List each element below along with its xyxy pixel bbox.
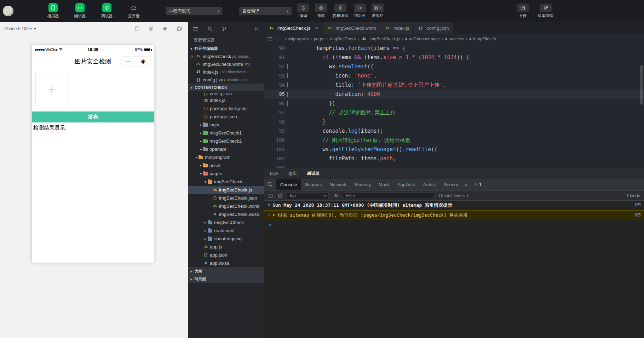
tree-item-app.wxss[interactable]: #app.wxss xyxy=(188,259,264,267)
home-button[interactable]: ◉ xyxy=(136,57,151,66)
timeline-header[interactable]: ▸ 时间线 xyxy=(188,275,264,283)
tree-item-app.json[interactable]: {}app.json xyxy=(188,251,264,259)
tree-item-readcount[interactable]: ▸readcount xyxy=(188,227,264,235)
filter-input[interactable] xyxy=(343,192,435,199)
record-icon[interactable] xyxy=(148,26,154,31)
tree-item-app.js[interactable]: JSapp.js xyxy=(188,243,264,251)
tree-item-asset[interactable]: ▸asset xyxy=(188,161,264,170)
close-icon[interactable]: × xyxy=(191,54,196,59)
mode-dropdown[interactable]: 小程序模式 ▾ xyxy=(166,7,222,15)
log-levels-dropdown[interactable]: Default levels ▾ xyxy=(439,193,468,198)
tree-item-config.json[interactable]: {}config.json xyxy=(188,91,264,96)
tree-item-imgSecCheck.wxml[interactable]: <>imgSecCheck.wxml xyxy=(188,202,264,210)
tab-index.js[interactable]: JSindex.js xyxy=(380,22,414,34)
breadcrumb-item-pages[interactable]: pages xyxy=(314,36,326,41)
devtools-tab-AppData[interactable]: AppData xyxy=(393,179,419,190)
breadcrumb-item-imgSecCheck.js[interactable]: JSimgSecCheck.js xyxy=(361,36,400,41)
open-editor-imgSecCheck.js[interactable]: ×JSimgSecCheck.jsminipr... xyxy=(188,52,264,60)
tree-item-msgSecCheck2[interactable]: ▸msgSecCheck2 xyxy=(188,137,264,145)
tree-item-package.json[interactable]: {}package.json xyxy=(188,113,264,121)
git-icon[interactable] xyxy=(222,26,227,31)
editor-scrollbar[interactable] xyxy=(640,65,643,104)
devtools-tab-Sources[interactable]: Sources xyxy=(301,179,326,190)
devtools-tab-Audits[interactable]: Audits xyxy=(419,179,440,190)
devtools-tab-Mock[interactable]: Mock xyxy=(375,179,393,190)
tab-imgSecCheck.js[interactable]: JSimgSecCheck.js× xyxy=(264,22,323,34)
code-area[interactable]: 90 tempFiles.forEach(items => {91 if (it… xyxy=(264,44,644,168)
panel-tab-问题[interactable]: 问题 xyxy=(270,171,278,177)
tree-item-msgSecCheck[interactable]: ▸msgSecCheck xyxy=(188,218,264,227)
clear-console-icon[interactable] xyxy=(277,193,283,198)
debugger-button[interactable]: 调试器 xyxy=(96,3,118,19)
tab-config.json[interactable]: {}config.json xyxy=(414,22,453,34)
breadcrumb-item-success[interactable]: ◆success xyxy=(445,36,464,41)
disclosure-triangle[interactable]: ▼ xyxy=(268,203,270,207)
compile-button[interactable]: 编译 xyxy=(297,4,309,18)
devtools-tab-Sensor[interactable]: Sensor xyxy=(440,179,462,190)
cloud-dev-button[interactable]: 云开发 xyxy=(122,3,145,19)
warning-counter[interactable]: ⚠ 1 xyxy=(470,182,485,187)
avatar[interactable] xyxy=(3,6,13,16)
more-tabs-button[interactable]: » xyxy=(462,182,470,187)
version-button[interactable]: 版本管理 xyxy=(538,4,553,18)
image-picker[interactable]: + xyxy=(35,74,68,106)
open-editor-imgSecCheck.wxml[interactable]: <>imgSecCheck.wxmlmi... xyxy=(188,60,264,68)
tree-item-index.js[interactable]: JSindex.js xyxy=(188,96,264,104)
float-window-icon[interactable] xyxy=(177,26,182,31)
remote-debug-button[interactable]: 真机调试 xyxy=(333,4,348,18)
rotate-device-icon[interactable] xyxy=(134,26,140,31)
editor-menu-icon[interactable] xyxy=(267,37,272,41)
tree-item-pages[interactable]: ▾pages xyxy=(188,170,264,178)
back-icon[interactable]: ← xyxy=(276,36,281,42)
open-editors-header[interactable]: ▾ 打开的编辑器 xyxy=(188,45,264,52)
compile-mode-dropdown[interactable]: 普通编译 ▾ xyxy=(239,7,292,15)
tab-imgSecCheck.wxml[interactable]: <>imgSecCheck.wxml xyxy=(323,22,380,34)
editor-button[interactable]: 编辑器 xyxy=(69,3,91,19)
breadcrumb-item-imgSecCheck[interactable]: imgSecCheck xyxy=(330,36,356,41)
collapse-sidebar-icon[interactable] xyxy=(254,26,259,31)
breadcrumb-item-tempFiles.fo[interactable]: ◆tempFiles.fo xyxy=(469,36,496,41)
tree-item-imgSecCheck.json[interactable]: {}imgSecCheck.json xyxy=(188,194,264,202)
open-editor-index.js[interactable]: JSindex.jscloudfunctions\... xyxy=(188,68,264,76)
tree-item-imgSecCheck.js[interactable]: JSimgSecCheck.js xyxy=(188,186,264,194)
clear-cache-button[interactable]: ▾ 清缓存 xyxy=(372,4,384,18)
open-editor-config.json[interactable]: {}config.jsoncloudfunctio... xyxy=(188,76,264,84)
console-sidebar-icon[interactable] xyxy=(268,193,273,198)
console-prompt[interactable]: > xyxy=(264,220,644,229)
page-title: 图片安全检测 xyxy=(75,57,111,65)
devtools-tab-Network[interactable]: Network xyxy=(326,179,350,190)
source-link[interactable]: VM xyxy=(630,202,640,207)
simulator-button[interactable]: 模拟器 xyxy=(42,3,64,19)
panel-tab-输出[interactable]: 输出 xyxy=(288,171,297,177)
panel-tab-调试器[interactable]: 调试器 xyxy=(307,171,320,177)
context-selector[interactable]: top ▾ xyxy=(287,192,329,199)
breadcrumb-item-miniprogram[interactable]: miniprogram xyxy=(285,36,309,41)
tree-item-miniprogram[interactable]: ▾miniprogram xyxy=(188,153,264,161)
source-link[interactable]: VM xyxy=(630,212,640,217)
disclosure-triangle[interactable]: ▶ xyxy=(273,213,275,217)
upload-button[interactable]: 上传 xyxy=(517,4,529,18)
tree-item-shoufengqing[interactable]: ▸shoufengqing xyxy=(188,235,264,243)
project-header[interactable]: ▾ CONTENTCHECK xyxy=(188,84,264,91)
to-background-button[interactable]: 切后台 xyxy=(354,4,366,18)
mute-icon[interactable] xyxy=(162,26,168,31)
tree-item-imgSecCheck.wxss[interactable]: #imgSecCheck.wxss xyxy=(188,210,264,218)
file-menu-icon[interactable] xyxy=(193,27,198,31)
devtools-tab-Security[interactable]: Security xyxy=(350,179,375,190)
search-icon[interactable] xyxy=(207,26,213,31)
tree-item-imgSecCheck[interactable]: ▾imgSecCheck xyxy=(188,178,264,186)
tree-item-package-lock.json[interactable]: {}package-lock.json xyxy=(188,104,264,113)
preview-button[interactable]: 预览 xyxy=(315,4,327,18)
device-selector[interactable]: iPhone 5 100% ▾ xyxy=(4,26,36,31)
tree-item-openapi[interactable]: ▸openapi xyxy=(188,145,264,153)
inspect-icon[interactable] xyxy=(264,179,276,190)
close-icon[interactable]: × xyxy=(315,25,318,31)
more-button[interactable]: ⋯ xyxy=(120,57,136,66)
tree-item-login[interactable]: ▸login xyxy=(188,121,264,129)
outline-header[interactable]: ▸ 大纲 xyxy=(188,267,264,275)
publish-button[interactable]: 发布 xyxy=(32,111,154,122)
breadcrumb-item-onChooseImage[interactable]: ◆onChooseImage xyxy=(405,36,440,41)
devtools-tab-Console[interactable]: Console xyxy=(276,179,301,190)
tree-item-msgSecCheck1[interactable]: ▸msgSecCheck1 xyxy=(188,129,264,137)
live-expression-eye-icon[interactable] xyxy=(333,193,339,198)
